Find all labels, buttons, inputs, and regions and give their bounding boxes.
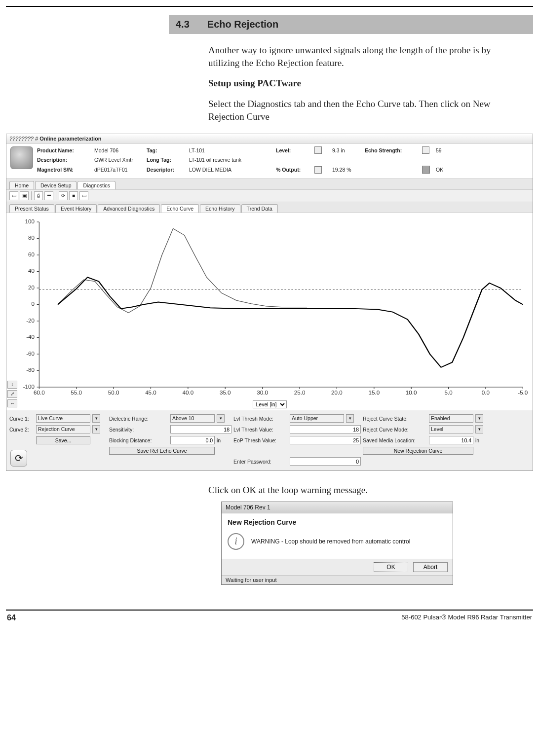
pct-output-label: % Output: — [276, 167, 311, 173]
refresh-icon[interactable] — [314, 146, 322, 154]
device-icon — [10, 146, 33, 169]
dropdown-icon[interactable]: ▾ — [475, 425, 483, 433]
curve2-select[interactable]: Rejection Curve — [36, 425, 90, 433]
reject-curve-state-label: Reject Curve State: — [363, 416, 427, 422]
tab-home[interactable]: Home — [9, 181, 34, 189]
zoom-button[interactable]: ↔ — [7, 399, 17, 407]
titlebar-main: Online parameterization — [39, 136, 101, 142]
svg-text:60: 60 — [28, 252, 35, 257]
page-number: 64 — [7, 613, 16, 622]
tab-trend-data[interactable]: Trend Data — [241, 204, 278, 213]
save-button[interactable]: Save... — [36, 436, 90, 444]
curve1-select[interactable]: Live Curve — [36, 414, 90, 423]
svg-text:50.0: 50.0 — [108, 390, 119, 396]
save-ref-button[interactable]: Save Ref Echo Curve — [109, 447, 215, 455]
descriptor-label: Descriptor: — [147, 167, 186, 173]
tab-present-status[interactable]: Present Status — [9, 204, 54, 213]
abort-button[interactable]: Abort — [413, 562, 448, 572]
svg-text:55.0: 55.0 — [71, 390, 82, 396]
warning-dialog: Model 706 Rev 1 New Rejection Curve i WA… — [221, 502, 453, 585]
eop-thresh-value-input[interactable] — [290, 436, 361, 444]
lvl-thresh-mode-select[interactable]: Auto Upper — [290, 414, 344, 423]
dropdown-icon[interactable]: ▾ — [346, 414, 354, 423]
saved-media-location-input[interactable] — [429, 436, 473, 444]
dialog-heading: New Rejection Curve — [228, 518, 447, 526]
dropdown-icon[interactable]: ▾ — [217, 414, 225, 423]
saved-media-location-label: Saved Media Location: — [363, 437, 427, 443]
tab-device-setup[interactable]: Device Setup — [35, 181, 77, 189]
dialog-titlebar: Model 706 Rev 1 — [222, 502, 453, 513]
long-tag-label: Long Tag: — [147, 157, 186, 163]
doc-id: 58-602 Pulsar® Model R96 Radar Transmitt… — [401, 613, 532, 622]
section-number: 4.3 — [176, 19, 190, 30]
curve1-label: Curve 1: — [9, 416, 34, 422]
svg-text:-5.0: -5.0 — [518, 390, 528, 396]
toolbar-button[interactable]: ⟳ — [59, 191, 68, 200]
svg-text:0: 0 — [32, 301, 35, 307]
dielectric-range-label: Dielectric Range: — [109, 416, 168, 422]
refresh-button[interactable]: ⟳ — [10, 450, 27, 467]
tab-advanced-diagnostics[interactable]: Advanced Diagnostics — [98, 204, 160, 213]
zoom-button[interactable]: ↕ — [7, 381, 17, 389]
titlebar-prefix: ???????? # — [9, 136, 38, 142]
ok-button[interactable]: OK — [374, 562, 408, 572]
pactware-titlebar: ???????? # Online parameterization — [6, 134, 533, 144]
toolbar-button[interactable]: ☰ — [44, 191, 53, 200]
echo-curve-form: Curve 1: Live Curve ▾ Dielectric Range: … — [6, 410, 533, 470]
svg-text:100: 100 — [25, 219, 35, 224]
blocking-distance-input[interactable] — [170, 436, 215, 444]
tabs-sub: Present Status Event History Advanced Di… — [6, 202, 533, 213]
tab-echo-history[interactable]: Echo History — [200, 204, 240, 213]
product-name-label: Product Name: — [37, 147, 91, 153]
svg-text:25.0: 25.0 — [294, 390, 306, 396]
refresh-icon[interactable] — [314, 166, 322, 174]
section-title: Echo Rejection — [207, 19, 278, 30]
tag-value: LT-101 — [189, 147, 273, 153]
refresh-icon[interactable] — [422, 146, 429, 154]
product-name-value: Model 706 — [94, 147, 144, 153]
description-value: GWR Level Xmtr — [94, 157, 144, 163]
toolbar-button[interactable]: ▣ — [20, 191, 29, 200]
reject-curve-state-select[interactable]: Enabled — [429, 414, 473, 423]
after-text: Click on OK at the loop warning message. — [208, 484, 518, 497]
toolbar-button[interactable]: ▭ — [9, 191, 18, 200]
enter-password-label: Enter Password: — [233, 459, 288, 465]
tabs-main: Home Device Setup Diagnostics — [6, 179, 533, 189]
toolbar-button[interactable]: ▭ — [79, 191, 88, 200]
intro-paragraph: Another way to ignore unwanted signals a… — [208, 44, 518, 69]
axis-selector[interactable]: Level [in] — [253, 400, 287, 408]
pactware-window: ???????? # Online parameterization Produ… — [6, 134, 533, 471]
pct-output-unit: % — [346, 167, 351, 173]
sn-label: Magnetrol S/N: — [37, 167, 91, 173]
lvl-thresh-value-input[interactable] — [290, 425, 361, 433]
svg-text:-20: -20 — [26, 318, 35, 324]
sensitivity-input[interactable] — [170, 425, 231, 433]
svg-text:5.0: 5.0 — [444, 390, 452, 396]
dropdown-icon[interactable]: ▾ — [92, 414, 100, 423]
tab-event-history[interactable]: Event History — [55, 204, 97, 213]
dropdown-icon[interactable]: ▾ — [92, 425, 100, 433]
enter-password-input[interactable] — [290, 457, 361, 466]
tab-diagnostics[interactable]: Diagnostics — [77, 181, 115, 189]
zoom-button[interactable]: ⤢ — [7, 390, 17, 398]
svg-text:10.0: 10.0 — [406, 390, 417, 396]
dialog-status: Waiting for user input — [222, 575, 453, 584]
toolbar-button[interactable]: ■ — [69, 191, 78, 200]
saved-media-location-unit: in — [475, 437, 490, 443]
dielectric-range-select[interactable]: Above 10 — [170, 414, 215, 423]
svg-text:-100: -100 — [23, 384, 35, 390]
echo-strength-label: Echo Strength: — [365, 147, 419, 153]
toolbar-button[interactable]: ⎙ — [34, 191, 43, 200]
dropdown-icon[interactable]: ▾ — [475, 414, 483, 423]
lvl-thresh-value-label: Lvl Thresh Value: — [233, 427, 288, 432]
tab-echo-curve[interactable]: Echo Curve — [161, 204, 199, 213]
reject-curve-mode-select[interactable]: Level — [429, 425, 473, 433]
toolbar: ▭ ▣ ⎙ ☰ ⟳ ■ ▭ — [6, 189, 533, 202]
svg-text:80: 80 — [28, 235, 35, 241]
new-rejection-curve-button[interactable]: New Rejection Curve — [363, 447, 473, 455]
echo-strength-value: 59 — [436, 147, 456, 153]
eop-thresh-value-label: EoP Thresh Value: — [233, 437, 288, 443]
blocking-distance-unit: in — [217, 437, 231, 443]
level-unit: in — [341, 147, 345, 153]
lvl-thresh-mode-label: Lvl Thresh Mode: — [233, 416, 288, 422]
